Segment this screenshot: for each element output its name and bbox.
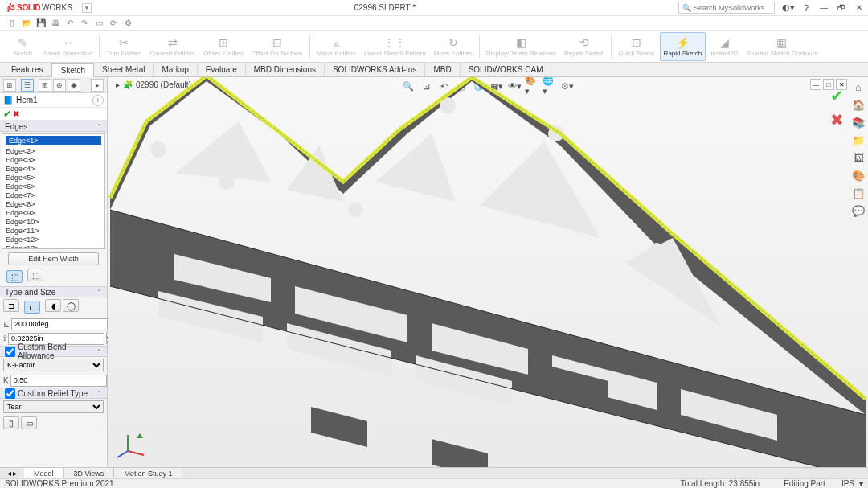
pm-tab-property[interactable]: ☰ bbox=[21, 79, 34, 92]
rapid-sketch-button[interactable]: ⚡Rapid Sketch bbox=[660, 32, 706, 61]
tab-features[interactable]: Features bbox=[3, 63, 51, 76]
tab-mbd-dimensions[interactable]: MBD Dimensions bbox=[246, 63, 325, 76]
edge-item[interactable]: Edge<4> bbox=[2, 164, 104, 173]
quick-snaps-button[interactable]: ⊡Quick Snaps bbox=[615, 32, 657, 61]
cancel-icon[interactable]: ✖ bbox=[13, 109, 19, 118]
tab-3d-views[interactable]: 3D Views bbox=[64, 468, 115, 478]
tab-cam[interactable]: SOLIDWORKS CAM bbox=[461, 63, 552, 76]
undo-icon[interactable]: ↶ bbox=[64, 18, 76, 29]
document-title: 02996.SLDPRT * bbox=[92, 3, 678, 12]
crt-checkbox[interactable] bbox=[5, 388, 15, 399]
svg-point-23 bbox=[649, 243, 664, 257]
repair-sketch-button[interactable]: ⟲Repair Sketch bbox=[561, 32, 608, 61]
cba-checkbox[interactable] bbox=[5, 347, 15, 357]
tab-addins[interactable]: SOLIDWORKS Add-Ins bbox=[325, 63, 425, 76]
edges-list[interactable]: Edge<1>Edge<2>Edge<3>Edge<4>Edge<5>Edge<… bbox=[2, 133, 105, 249]
edge-item[interactable]: Edge<10> bbox=[2, 217, 104, 226]
crt-section[interactable]: Custom Relief Type ⌃ bbox=[0, 388, 107, 399]
pm-tab-dim[interactable]: ⊕ bbox=[53, 79, 66, 92]
ribbon: ✎Sketch ↔Smart Dimension ✂Trim Entities … bbox=[0, 31, 868, 63]
restore-button[interactable]: 🗗 bbox=[833, 1, 850, 15]
edge-item[interactable]: Edge<11> bbox=[2, 226, 104, 235]
edge-item[interactable]: Edge<5> bbox=[2, 173, 104, 182]
search-box[interactable]: 🔍 bbox=[678, 2, 775, 14]
hem-material-inside[interactable]: ⬚ bbox=[6, 270, 23, 283]
tab-sketch[interactable]: Sketch bbox=[51, 63, 94, 77]
mirror-entities-button[interactable]: ⟁Mirror Entities bbox=[313, 32, 359, 61]
units-label[interactable]: IPS bbox=[841, 479, 854, 488]
pm-tab-feature-tree[interactable]: 🗎 bbox=[3, 79, 16, 92]
pm-tab-more[interactable]: ▸ bbox=[91, 79, 104, 92]
smart-dimension-button[interactable]: ↔Smart Dimension bbox=[40, 32, 96, 61]
linear-pattern-button[interactable]: ⋮⋮Linear Sketch Pattern bbox=[361, 32, 429, 61]
kfactor-select[interactable]: K-Factor bbox=[3, 359, 104, 371]
close-button[interactable]: ✕ bbox=[850, 1, 868, 15]
rebuild-icon[interactable]: ⟳ bbox=[108, 18, 119, 29]
print-icon[interactable]: 🖶 bbox=[50, 18, 61, 29]
save-icon[interactable]: 💾 bbox=[35, 18, 47, 29]
kfactor-input[interactable] bbox=[10, 375, 107, 387]
sketch-button[interactable]: ✎Sketch bbox=[6, 32, 39, 61]
edge-item[interactable]: Edge<6> bbox=[2, 182, 104, 191]
type-size-section[interactable]: Type and Size ⌃ bbox=[0, 286, 107, 297]
hem-type-teardrop[interactable]: ◖ bbox=[45, 299, 61, 312]
hem-type-closed[interactable]: ⊐ bbox=[3, 299, 19, 312]
app-logo: 𝄞SSOLIDWORKS bbox=[0, 3, 79, 12]
trim-entities-button[interactable]: ✂Trim Entities bbox=[103, 32, 145, 61]
tab-nav[interactable]: ◂ ▸ bbox=[0, 468, 24, 478]
angle-input[interactable] bbox=[11, 318, 108, 330]
menu-dropdown[interactable]: ▾ bbox=[82, 3, 92, 13]
edge-item[interactable]: Edge<13> bbox=[2, 244, 104, 249]
hem-type-open[interactable]: ⊏ bbox=[24, 301, 40, 314]
info-icon[interactable]: i bbox=[92, 95, 104, 106]
display-relations-button[interactable]: ◧Display/Delete Relations bbox=[483, 32, 559, 61]
edge-item[interactable]: Edge<7> bbox=[2, 191, 104, 199]
redo-icon[interactable]: ↷ bbox=[79, 18, 90, 29]
new-icon[interactable]: ▯ bbox=[6, 18, 18, 29]
hem-type-rolled[interactable]: ◯ bbox=[63, 299, 79, 312]
tab-mbd[interactable]: MBD bbox=[425, 63, 460, 76]
select-icon[interactable]: ▭ bbox=[93, 18, 104, 29]
view-triad[interactable] bbox=[116, 427, 148, 459]
tab-model[interactable]: Model bbox=[24, 468, 64, 478]
tab-sheet-metal[interactable]: Sheet Metal bbox=[94, 63, 154, 76]
chevron-up-icon: ⌃ bbox=[96, 123, 102, 130]
chevron-up-icon: ⌃ bbox=[96, 390, 102, 397]
edge-item[interactable]: Edge<2> bbox=[2, 146, 104, 155]
hem-material-outside[interactable]: ⬚ bbox=[27, 269, 43, 281]
tab-evaluate[interactable]: Evaluate bbox=[198, 63, 246, 76]
edge-item[interactable]: Edge<9> bbox=[2, 208, 104, 217]
graphics-area[interactable]: ▸ 🧩 02996 (Default) 🔍 ⊡ ↶ ◧ 🧊 ▦▾ 👁▾ 🎨▾ 🌐… bbox=[108, 77, 868, 467]
ok-icon[interactable]: ✔ bbox=[3, 109, 11, 120]
tab-motion-study[interactable]: Motion Study 1 bbox=[114, 468, 182, 478]
relief-select[interactable]: Tear bbox=[3, 400, 104, 413]
minimize-button[interactable]: — bbox=[815, 1, 833, 15]
edge-item[interactable]: Edge<8> bbox=[2, 199, 104, 208]
search-input[interactable] bbox=[694, 4, 771, 12]
svg-marker-10 bbox=[432, 439, 488, 467]
svg-point-20 bbox=[348, 203, 362, 217]
convert-entities-button[interactable]: ⇄Convert Entities bbox=[147, 32, 199, 61]
offset-entities-button[interactable]: ⊞Offset Entities bbox=[200, 32, 247, 61]
cba-section[interactable]: Custom Bend Allowance ⌃ bbox=[0, 346, 107, 357]
edge-item[interactable]: Edge<1> bbox=[6, 136, 101, 145]
relief-tear[interactable]: ▯ bbox=[3, 416, 19, 429]
pm-tab-display[interactable]: ◉ bbox=[68, 79, 80, 92]
relief-obround[interactable]: ▭ bbox=[21, 416, 37, 429]
pm-tab-config[interactable]: ⊞ bbox=[39, 79, 51, 92]
instant2d-button[interactable]: ◢Instant2D bbox=[707, 32, 741, 61]
title-bar: 𝄞SSOLIDWORKS ▾ 02996.SLDPRT * 🔍 ◐▾ ? — 🗗… bbox=[0, 0, 868, 16]
edge-item[interactable]: Edge<12> bbox=[2, 235, 104, 244]
offset-on-surface-button[interactable]: ⊟Offset On Surface bbox=[248, 32, 306, 61]
tab-markup[interactable]: Markup bbox=[154, 63, 197, 76]
edge-item[interactable]: Edge<3> bbox=[2, 155, 104, 164]
help-icon[interactable]: ? bbox=[797, 1, 815, 15]
open-icon[interactable]: 📂 bbox=[21, 18, 32, 29]
edges-section[interactable]: Edges ⌃ bbox=[0, 121, 107, 132]
shaded-sketch-button[interactable]: ▦Shaded Sketch Contours bbox=[743, 32, 821, 61]
options-dropdown[interactable]: ◐▾ bbox=[780, 1, 797, 15]
options-icon[interactable]: ⚙ bbox=[122, 18, 133, 29]
edit-hem-width-button[interactable]: Edit Hem Width bbox=[8, 252, 99, 265]
move-entities-button[interactable]: ↻Move Entities bbox=[431, 32, 476, 61]
status-menu-icon[interactable]: ▾ bbox=[859, 479, 863, 488]
